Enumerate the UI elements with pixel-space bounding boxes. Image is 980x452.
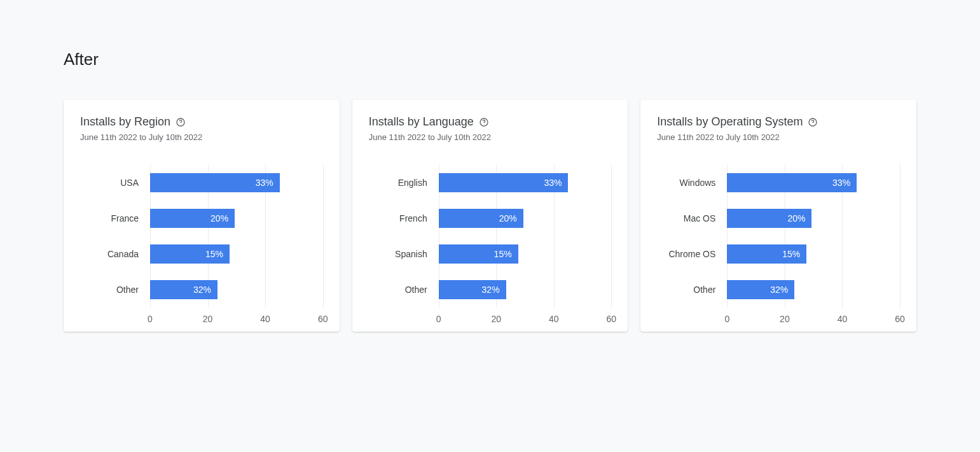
axis-tick: 60: [895, 314, 905, 324]
card-installs-by-region: Installs by Region June 11th 2022 to Jul…: [64, 100, 340, 332]
bar: 20%: [727, 209, 811, 228]
help-icon[interactable]: [479, 117, 489, 127]
chart-row: Mac OS 20%: [657, 201, 900, 236]
plot-area: 33%: [150, 165, 323, 201]
bar-label: 33%: [544, 178, 562, 188]
axis-tick: 20: [491, 314, 501, 324]
plot-area: 15%: [150, 236, 323, 272]
bar-label: 32%: [193, 285, 211, 295]
row-label: France: [80, 213, 150, 223]
bar: 15%: [439, 244, 518, 264]
bar: 15%: [727, 244, 806, 264]
axis-tick: 20: [780, 314, 790, 324]
plot-area: 33%: [439, 165, 612, 201]
axis-tick: 20: [203, 314, 213, 324]
bar-label: 15%: [205, 249, 223, 259]
plot-area: 32%: [439, 272, 612, 307]
help-icon[interactable]: [176, 117, 186, 127]
bar: 20%: [439, 209, 523, 228]
row-label: French: [369, 213, 439, 223]
bar: 32%: [150, 280, 217, 299]
bar: 33%: [727, 173, 857, 192]
plot-area: 15%: [439, 236, 612, 272]
chart-row: Spanish 15%: [369, 236, 612, 272]
chart-row: Other 32%: [80, 272, 323, 307]
bar-label: 32%: [770, 285, 788, 295]
card-title: Installs by Region: [80, 115, 170, 129]
bar-label: 15%: [494, 249, 512, 259]
svg-point-1: [181, 124, 181, 124]
row-label: Windows: [657, 178, 727, 188]
bar-chart: English 33% French: [369, 165, 612, 314]
row-label: Spanish: [369, 249, 439, 259]
bar-label: 33%: [256, 178, 273, 188]
row-label: Chrome OS: [657, 249, 727, 259]
chart-row: USA 33%: [80, 165, 323, 201]
bar-label: 32%: [482, 285, 500, 295]
chart-row: Chrome OS 15%: [657, 236, 900, 272]
card-installs-by-os: Installs by Operating System June 11th 2…: [640, 100, 916, 332]
bar: 15%: [150, 244, 230, 264]
help-icon[interactable]: [808, 117, 818, 127]
chart-row: Other 32%: [657, 272, 900, 307]
bar-label: 20%: [787, 213, 805, 223]
bar: 32%: [727, 280, 794, 299]
axis-tick: 40: [260, 314, 270, 324]
axis-tick: 40: [838, 314, 848, 324]
card-title: Installs by Language: [369, 115, 474, 129]
svg-point-3: [483, 124, 484, 124]
card-subtitle: June 11th 2022 to July 10th 2022: [80, 132, 323, 142]
plot-area: 20%: [439, 201, 612, 236]
bar: 33%: [439, 173, 569, 192]
bar: 20%: [150, 209, 235, 228]
plot-area: 33%: [727, 165, 900, 201]
chart-row: Canada 15%: [80, 236, 323, 272]
chart-row: Other 32%: [369, 272, 612, 307]
plot-area: 32%: [150, 272, 323, 307]
card-installs-by-language: Installs by Language June 11th 2022 to J…: [352, 100, 628, 332]
axis-tick: 0: [724, 314, 729, 324]
bar-label: 20%: [210, 213, 228, 223]
row-label: Other: [80, 285, 150, 295]
plot-area: 15%: [727, 236, 900, 272]
bar-chart: USA 33% France: [80, 165, 323, 314]
chart-row: French 20%: [369, 201, 612, 236]
row-label: Canada: [80, 249, 150, 259]
plot-area: 32%: [727, 272, 900, 307]
plot-area: 20%: [150, 201, 323, 236]
chart-row: France 20%: [80, 201, 323, 236]
axis-tick: 60: [318, 314, 328, 324]
bar-chart: Windows 33% Mac OS: [657, 165, 900, 314]
chart-row: English 33%: [369, 165, 612, 201]
card-title: Installs by Operating System: [657, 115, 803, 129]
card-subtitle: June 11th 2022 to July 10th 2022: [657, 132, 900, 142]
svg-point-5: [813, 124, 813, 124]
chart-row: Windows 33%: [657, 165, 900, 201]
bar-label: 20%: [499, 213, 517, 223]
bar: 32%: [439, 280, 506, 299]
row-label: Mac OS: [657, 213, 727, 223]
cards-container: Installs by Region June 11th 2022 to Jul…: [64, 100, 916, 332]
axis-tick: 0: [436, 314, 441, 324]
row-label: Other: [657, 285, 727, 295]
axis-tick: 40: [549, 314, 559, 324]
row-label: English: [369, 178, 439, 188]
card-subtitle: June 11th 2022 to July 10th 2022: [369, 132, 612, 142]
bar-label: 33%: [832, 178, 850, 188]
bar-label: 15%: [782, 249, 800, 259]
bar: 33%: [150, 173, 280, 192]
plot-area: 20%: [727, 201, 900, 236]
row-label: Other: [369, 285, 439, 295]
axis-tick: 60: [607, 314, 617, 324]
row-label: USA: [80, 178, 150, 188]
page-title: After: [64, 50, 916, 69]
axis-tick: 0: [148, 314, 153, 324]
